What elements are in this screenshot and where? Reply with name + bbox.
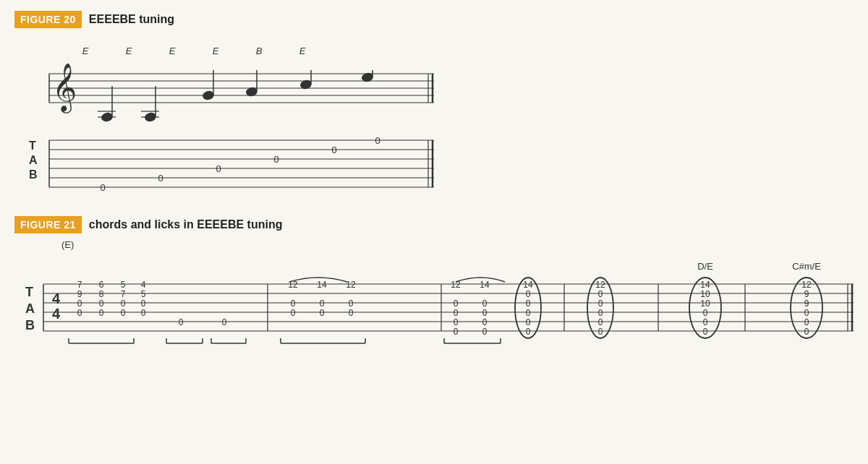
svg-text:0: 0 — [482, 308, 488, 318]
svg-text:12: 12 — [801, 280, 812, 290]
string-label-b: B — [237, 46, 281, 56]
figure-20-badge: FIGURE 20 — [14, 11, 82, 28]
svg-text:0: 0 — [77, 308, 82, 318]
svg-text:9: 9 — [804, 289, 809, 299]
svg-text:0: 0 — [454, 298, 459, 309]
svg-text:0: 0 — [77, 298, 82, 309]
svg-text:0: 0 — [216, 163, 221, 174]
svg-text:0: 0 — [804, 327, 809, 337]
svg-text:0: 0 — [141, 308, 146, 318]
svg-text:0: 0 — [121, 298, 126, 309]
svg-text:0: 0 — [291, 308, 296, 318]
svg-text:0: 0 — [598, 327, 603, 337]
svg-text:6: 6 — [99, 280, 104, 290]
svg-text:0: 0 — [100, 182, 105, 193]
figure-21-badge: FIGURE 21 — [14, 216, 82, 233]
svg-text:0: 0 — [454, 327, 459, 337]
svg-text:0: 0 — [349, 298, 354, 309]
svg-text:0: 0 — [320, 298, 325, 309]
chord-label-e: (E) — [61, 239, 854, 250]
svg-text:4: 4 — [52, 291, 61, 306]
svg-text:9: 9 — [804, 298, 809, 309]
string-label-e1: E — [64, 46, 107, 56]
svg-text:D/E: D/E — [697, 261, 713, 272]
svg-text:0: 0 — [526, 308, 531, 318]
svg-text:0: 0 — [179, 317, 184, 327]
svg-text:12: 12 — [346, 280, 356, 290]
svg-text:0: 0 — [291, 298, 296, 309]
svg-text:0: 0 — [158, 173, 163, 184]
svg-text:12: 12 — [451, 280, 461, 290]
svg-text:0: 0 — [804, 317, 809, 327]
svg-text:0: 0 — [482, 327, 488, 337]
svg-text:C#m/E: C#m/E — [792, 261, 821, 272]
svg-text:A: A — [25, 301, 35, 316]
svg-text:14: 14 — [700, 280, 710, 290]
svg-text:8: 8 — [99, 289, 104, 299]
svg-text:0: 0 — [703, 308, 708, 318]
figure-20-container: FIGURE 20 EEEEBE tuning E E E E B E — [14, 11, 854, 202]
svg-text:B: B — [25, 318, 35, 332]
string-label-e3: E — [150, 46, 194, 56]
svg-text:0: 0 — [526, 317, 531, 327]
figure-21-content: (E) T A B 4 4 — [22, 239, 854, 366]
svg-text:10: 10 — [700, 289, 710, 299]
string-label-e4: E — [194, 46, 237, 56]
svg-text:5: 5 — [141, 289, 146, 299]
svg-text:0: 0 — [598, 298, 603, 309]
svg-text:0: 0 — [804, 308, 809, 318]
svg-text:𝄞: 𝄞 — [52, 63, 77, 113]
svg-text:7: 7 — [77, 280, 82, 290]
svg-text:4: 4 — [52, 306, 61, 322]
string-labels: E E E E B E — [64, 46, 324, 56]
svg-text:14: 14 — [317, 280, 327, 290]
svg-text:0: 0 — [598, 317, 603, 327]
svg-text:0: 0 — [703, 327, 708, 337]
svg-text:0: 0 — [99, 298, 104, 309]
svg-text:0: 0 — [320, 308, 325, 318]
svg-text:0: 0 — [526, 289, 531, 299]
svg-text:0: 0 — [526, 298, 531, 309]
svg-text:T: T — [25, 285, 33, 299]
svg-text:0: 0 — [454, 317, 459, 327]
svg-text:0: 0 — [273, 154, 278, 165]
svg-text:7: 7 — [121, 289, 126, 299]
svg-text:T: T — [29, 139, 36, 152]
figure-20-content: E E E E B E — [22, 34, 854, 202]
svg-text:0: 0 — [99, 308, 104, 318]
svg-text:0: 0 — [526, 327, 531, 337]
svg-text:0: 0 — [598, 289, 603, 299]
svg-text:A: A — [29, 154, 38, 166]
svg-text:0: 0 — [121, 308, 126, 318]
svg-text:12: 12 — [595, 280, 605, 290]
string-label-e2: E — [107, 46, 150, 56]
svg-text:0: 0 — [331, 145, 336, 155]
figure-21-container: FIGURE 21 chords and licks in EEEEBE tun… — [14, 216, 854, 366]
svg-text:4: 4 — [141, 280, 146, 290]
svg-text:14: 14 — [523, 280, 533, 290]
svg-text:0: 0 — [482, 298, 488, 309]
svg-text:0: 0 — [598, 308, 603, 318]
tab-notation: T A B 0 — [22, 122, 441, 202]
svg-text:0: 0 — [454, 308, 459, 318]
svg-text:0: 0 — [703, 317, 708, 327]
svg-text:0: 0 — [375, 135, 380, 146]
string-label-e5: E — [281, 46, 324, 56]
svg-text:B: B — [29, 168, 38, 181]
figure-21-title: chords and licks in EEEEBE tuning — [89, 218, 283, 231]
tab-notation-fig21: T A B 4 4 — [22, 252, 861, 364]
figure-20-header: FIGURE 20 EEEEBE tuning — [14, 11, 854, 28]
svg-text:0: 0 — [349, 308, 354, 318]
svg-text:0: 0 — [482, 317, 488, 327]
svg-text:0: 0 — [222, 317, 227, 327]
figure-21-header: FIGURE 21 chords and licks in EEEEBE tun… — [14, 216, 854, 233]
figure-20-title: EEEEBE tuning — [89, 13, 174, 26]
page: FIGURE 20 EEEEBE tuning E E E E B E — [0, 0, 868, 464]
svg-text:10: 10 — [700, 298, 710, 309]
svg-text:0: 0 — [141, 298, 146, 309]
svg-text:9: 9 — [77, 289, 82, 299]
svg-text:14: 14 — [480, 280, 490, 290]
svg-text:5: 5 — [121, 280, 126, 290]
